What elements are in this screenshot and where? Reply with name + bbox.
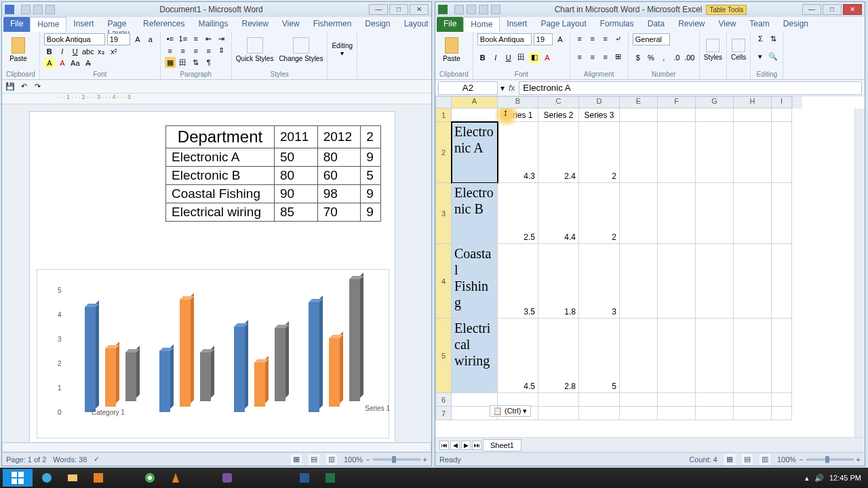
sort-icon[interactable]: ⇅ [191, 57, 201, 68]
word-task-icon[interactable] [293, 469, 316, 487]
tab-file[interactable]: File [437, 17, 463, 32]
middle-align-icon[interactable]: ≡ [587, 33, 598, 44]
multilevel-icon[interactable]: ≡ [191, 33, 201, 44]
cell-D4[interactable]: 3 [579, 244, 620, 319]
font-color-icon[interactable]: A [57, 58, 68, 68]
start-button[interactable] [3, 469, 33, 487]
minimize-button[interactable]: — [802, 4, 821, 15]
view-read-icon[interactable]: ▤ [309, 454, 319, 465]
maximize-button[interactable]: □ [389, 4, 408, 15]
col-header-G[interactable]: G [696, 96, 734, 108]
save-icon[interactable]: 💾 [5, 81, 16, 92]
fill-color-icon[interactable]: ◧ [529, 52, 540, 63]
grow-font-icon[interactable]: A [132, 34, 143, 45]
col-header-B[interactable]: B [498, 96, 538, 108]
taskbar[interactable]: ▴ 🔊 12:45 PM [0, 468, 868, 488]
tab-review[interactable]: Review [671, 17, 711, 32]
cell-H7[interactable] [734, 407, 772, 420]
row-header-1[interactable]: 1 [435, 108, 452, 122]
chrome-icon[interactable] [138, 469, 161, 487]
formula-input[interactable] [519, 81, 862, 95]
tab-fishermen[interactable]: Fishermen [307, 17, 359, 32]
number-format-select[interactable] [633, 33, 670, 45]
tray-up-icon[interactable]: ▴ [805, 474, 809, 483]
h-scrollbar[interactable] [2, 442, 431, 452]
cell-F2[interactable] [658, 122, 696, 183]
view-print-icon[interactable]: ▦ [291, 454, 302, 465]
tab-formulas[interactable]: Formulas [593, 17, 641, 32]
bottom-align-icon[interactable]: ≡ [600, 33, 611, 44]
percent-icon[interactable]: % [646, 52, 656, 63]
underline-button[interactable]: U [503, 52, 514, 63]
cell-B1[interactable]: Series 1 [498, 108, 538, 122]
cell-I6[interactable] [772, 393, 792, 407]
excel-task-icon[interactable] [319, 469, 342, 487]
cell-F4[interactable] [658, 244, 696, 319]
comma-icon[interactable]: , [658, 52, 669, 63]
show-marks-icon[interactable]: ¶ [203, 57, 214, 68]
cell-D3[interactable]: 2 [579, 183, 620, 244]
font-name-select[interactable] [44, 33, 105, 45]
cell-B4[interactable]: 3.5 [498, 244, 538, 319]
cell-G7[interactable] [696, 407, 734, 420]
undo-icon[interactable]: ↶ [18, 81, 29, 92]
paste-button[interactable]: Paste [439, 33, 464, 66]
minimize-button[interactable]: — [369, 4, 388, 15]
view-break-icon[interactable]: ▥ [760, 454, 770, 465]
view-web-icon[interactable]: ▥ [326, 454, 337, 465]
maximize-button[interactable]: □ [823, 4, 842, 15]
row-header-4[interactable]: 4 [435, 244, 452, 319]
cell-I3[interactable] [772, 183, 792, 244]
cell-E7[interactable] [620, 407, 658, 420]
align-left-icon[interactable]: ≡ [165, 45, 176, 56]
sort-filter-icon[interactable]: ⇅ [768, 33, 778, 44]
chart-object[interactable]: 012345Category 1Series 1 [37, 269, 389, 439]
line-spacing-icon[interactable]: ⇕ [216, 45, 227, 56]
fx-icon[interactable]: fx [505, 83, 519, 93]
editing-button[interactable]: Editing▾ [332, 33, 353, 66]
quick-access-toolbar[interactable] [454, 5, 500, 14]
italic-button[interactable]: I [490, 52, 501, 63]
cell-G3[interactable] [696, 183, 734, 244]
tab-home[interactable]: Home [463, 17, 500, 32]
zoom-control[interactable]: 100%−+ [344, 455, 427, 464]
select-all-corner[interactable] [435, 96, 452, 108]
tab-team[interactable]: Team [743, 17, 776, 32]
cell-I2[interactable] [772, 122, 792, 183]
cell-A2[interactable]: Electronic A [452, 122, 498, 183]
col-header-F[interactable]: F [658, 96, 696, 108]
cell-H2[interactable] [734, 122, 772, 183]
next-sheet-icon[interactable]: ▶ [461, 441, 471, 450]
paste-options-button[interactable]: 📋(Ctrl) ▾ [490, 405, 531, 417]
zoom-control[interactable]: 100%−+ [777, 455, 861, 464]
col-header-I[interactable]: I [772, 96, 792, 108]
tab-references[interactable]: References [136, 17, 191, 32]
tab-insert[interactable]: Insert [66, 17, 100, 32]
cell-I4[interactable] [772, 244, 792, 319]
media-icon[interactable] [87, 469, 110, 487]
first-sheet-icon[interactable]: ⏮ [439, 441, 449, 450]
cell-F6[interactable] [658, 393, 696, 407]
view-normal-icon[interactable]: ▦ [724, 454, 735, 465]
excel-ribbon-tabs[interactable]: FileHomeInsertPage LayoutFormulasDataRev… [435, 17, 865, 32]
cell-H3[interactable] [734, 183, 772, 244]
inc-decimal-icon[interactable]: .0 [671, 52, 682, 63]
fill-icon[interactable]: ▾ [755, 52, 766, 62]
col-header-C[interactable]: C [538, 96, 579, 108]
word-titlebar[interactable]: Document1 - Microsoft Word — □ ✕ [2, 2, 431, 17]
change-case-icon[interactable]: Aa [70, 58, 81, 68]
cell-G1[interactable] [696, 108, 734, 122]
v-scrollbar[interactable] [792, 96, 802, 108]
bold-button[interactable]: B [44, 46, 55, 57]
tab-review[interactable]: Review [235, 17, 275, 32]
align-right-icon[interactable]: ≡ [600, 52, 611, 62]
bullets-icon[interactable]: •≡ [165, 33, 176, 44]
font-size-select[interactable] [534, 33, 553, 45]
row-header-6[interactable]: 6 [435, 393, 452, 407]
proof-icon[interactable]: ✓ [94, 455, 100, 464]
cell-E4[interactable] [620, 244, 658, 319]
row-headers[interactable]: 1234567 [435, 108, 452, 437]
viber-icon[interactable] [216, 469, 239, 487]
underline-button[interactable]: U [70, 46, 81, 57]
last-sheet-icon[interactable]: ⏭ [472, 441, 481, 450]
